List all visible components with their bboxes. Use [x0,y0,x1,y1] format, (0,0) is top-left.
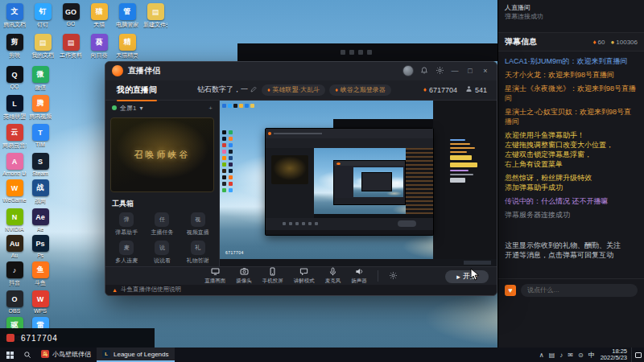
diamond-icon: ♦ [335,87,338,93]
titlebar[interactable]: 直播伴侣 — □ × [105,62,497,80]
preview-left-panel [266,148,314,218]
preview-desktop-icon [222,143,226,147]
category-tag[interactable]: ♦峡谷之巅登录器 [329,84,391,96]
danmaku-message[interactable]: 弹幕服务器连接成功 [505,210,638,220]
desktop-icon[interactable]: Q QQ [2,66,27,92]
danmaku-stats: ♦60 ●100306 [592,39,638,46]
category-tag[interactable]: ♦英雄联盟·大乱斗 [262,84,325,96]
settings-gear-icon[interactable] [389,269,398,283]
scene-label: 全屏1 [120,104,136,113]
window-strip-icon [358,50,363,55]
network-icon[interactable]: ⊙ [578,352,584,359]
desktop-icon[interactable]: 云 网易云音乐 [2,124,27,150]
toolbox-item[interactable]: 任 主播任务 [144,212,180,237]
desktop-icon[interactable]: ▤ 工作资料 [59,34,83,60]
danmaku-message[interactable]: 星演士《永夜微光》：欢迎来到98号直播间 [505,84,638,103]
maximize-button[interactable]: □ [465,67,475,75]
desktop-icon[interactable]: 猫 天猫 [87,3,111,29]
add-scene-button[interactable]: + [208,105,213,112]
desktop-icon[interactable]: O OBS [2,290,27,314]
desktop-icon[interactable]: GO GO [59,3,83,29]
desktop-icon[interactable]: Au Au [2,235,27,258]
danmaku-message[interactable]: 这里显示你收到的礼物、酬勤、关注 开通等消息，点击弹幕可回复互动 [505,241,638,260]
desktop-icon[interactable]: 剪 剪映 [2,34,27,60]
desktop-icon[interactable]: 葵 向日葵 [87,34,111,60]
tool-icon: 视 [191,212,205,227]
desktop-icon[interactable]: 钉 钉钉 [31,3,55,29]
app-icon: ♪ [6,261,23,278]
desktop-icon[interactable]: ♪ 抖音 [2,261,27,287]
app-icon: 剪 [6,34,23,51]
close-button[interactable]: × [481,67,490,75]
chevron-up-icon[interactable]: ∧ [539,352,544,359]
desktop-icon[interactable]: W WeGame [2,179,27,205]
help-link[interactable]: 斗鱼直播伴侣使用说明 [121,286,181,294]
avatar[interactable] [402,65,414,76]
music-icon[interactable]: ♪ [559,352,563,359]
app-icon: 葵 [91,34,108,51]
taskbar-button[interactable]: 鸟 小鸟壁纸伴侣 [35,348,97,362]
desktop-icon[interactable]: 文 腾讯文档 [2,3,27,29]
preview-desktop-icon [229,156,233,160]
app-icon: GO [63,3,80,20]
desktop-icon[interactable]: N NVIDIA [2,208,27,232]
notification-center-button[interactable] [631,348,644,362]
danmaku-message[interactable]: 天才小火龙：欢迎来到98号直播间 [505,70,638,80]
tab-my-room[interactable]: 我的直播间 [115,84,159,96]
scene-selector[interactable]: 全屏1 ▾ + [105,101,219,116]
toolbox-item[interactable]: 弹 弹幕助手 [109,212,144,237]
mail-icon[interactable]: ✉ [568,352,573,359]
danmaku-message[interactable]: 欢迎使用斗鱼弹幕助手！ 左键拖拽调整窗口改变大小位置， 左键双击锁定弹幕悬浮窗，… [505,130,638,169]
desktop-icon[interactable]: 鱼 斗鱼 [28,261,52,287]
tool-icon: 说 [155,241,169,255]
desktop-icon[interactable]: 管 电脑管家 [115,3,139,29]
toolbar-item-camera[interactable]: 摄像头 [236,267,252,285]
desktop-icon[interactable]: 微 微信 [28,66,52,92]
desktop-icon[interactable]: L 英雄联盟 [2,95,27,121]
taskbar-clock[interactable]: 18:25 2022/5/23 [597,348,631,361]
toolbox-item[interactable]: 麦 多人连麦 [109,241,144,265]
stream-preview[interactable]: 6717704 [220,101,497,266]
desktop-icon[interactable]: W WPS [28,290,52,314]
preview-nested-toolbar [334,198,405,205]
ime-indicator[interactable]: 中 [587,351,597,360]
danmaku-message[interactable]: 皇演士之·心奴宝贝奴：欢迎来到98号直播间 [505,107,638,126]
taskbar-search-icon[interactable] [19,348,35,362]
toolbox-item[interactable]: 视 视频直播 [180,212,216,237]
gift-icon[interactable]: ♥ [505,285,516,296]
start-stream-button[interactable]: ▸开播 [445,270,489,283]
gear-icon[interactable] [435,66,444,76]
desktop-icon[interactable]: 精 天猫精灵 [115,34,139,60]
scene-banner[interactable]: 召唤师峡谷 [110,117,214,192]
start-button[interactable] [0,348,19,362]
danmaku-message[interactable]: 忽然惊讶，粉丝牌升级特效 添加弹幕助手成功 [505,173,638,192]
taskbar-button[interactable]: L League of Legends [97,348,175,362]
danmaku-message[interactable]: 传说中的：什么情况 还不开播嘛 [505,196,638,206]
bell-icon[interactable] [419,66,429,76]
danmaku-input[interactable] [521,284,638,297]
toolbox-item[interactable]: 礼 礼物答谢 [180,241,216,265]
minimize-button[interactable]: — [450,67,460,75]
stream-title[interactable]: 钻石数字了，一 [197,84,257,95]
desktop-icon[interactable]: T TIM [28,124,52,150]
room-stats: ♦6717704 541 [423,85,487,94]
desktop-icon[interactable]: 战 战网 [28,179,52,205]
edit-title-icon[interactable] [250,86,257,94]
window-icon[interactable]: ▤ [549,352,555,359]
toolbar-item-chat[interactable]: 讲解模式 [294,267,315,285]
desktop-icon[interactable]: S Steam [28,153,52,176]
app-icon: 钉 [35,3,52,20]
danmaku-message[interactable]: LACA1·别JUM9m的：欢迎来到直播间 [505,56,638,66]
desktop-icon[interactable]: Ae Ae [28,208,52,232]
desktop-icon[interactable]: ▤ 我的文档 [31,34,55,60]
toolbar-item-mic[interactable]: 麦克风 [325,267,341,285]
toolbar-item-speaker[interactable]: 扬声器 [351,267,367,285]
toolbar-item-monitor[interactable]: 直播画面 [204,267,225,285]
toolbar-item-phone[interactable]: 手机投屏 [262,267,283,285]
desktop-icon[interactable]: ▤ 新建文件夹 [143,3,167,29]
desktop-icon[interactable]: Ps Ps [28,235,52,258]
toolbox-item[interactable]: 说 说说看 [144,241,180,265]
desktop-icon[interactable]: A Among Us [2,153,27,176]
desktop-icon[interactable]: 腾 腾讯视频 [28,95,52,121]
mouse-cursor [470,268,480,284]
